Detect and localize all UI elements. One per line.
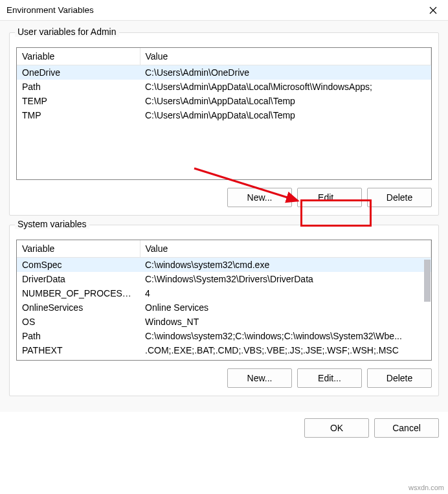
cell-variable: OS bbox=[17, 315, 140, 329]
cell-value: C:\windows\system32\cmd.exe bbox=[140, 258, 431, 273]
window-title: Environment Variables bbox=[6, 5, 94, 15]
system-variables-table-wrap[interactable]: Variable Value ComSpecC:\windows\system3… bbox=[16, 240, 432, 361]
titlebar: Environment Variables bbox=[0, 0, 448, 21]
cell-variable: ComSpec bbox=[17, 258, 140, 273]
cell-variable: NUMBER_OF_PROCESSORS bbox=[17, 286, 140, 300]
table-row[interactable]: NUMBER_OF_PROCESSORS4 bbox=[17, 286, 431, 300]
table-row[interactable]: TEMPC:\Users\Admin\AppData\Local\Temp bbox=[17, 94, 431, 108]
ok-button[interactable]: OK bbox=[304, 418, 369, 438]
cell-value: Windows_NT bbox=[140, 315, 431, 329]
user-variables-label: User variables for Admin bbox=[15, 27, 119, 37]
user-variables-table: Variable Value OneDriveC:\Users\Admin\On… bbox=[17, 48, 431, 122]
cell-variable: DriverData bbox=[17, 272, 140, 286]
header-value[interactable]: Value bbox=[140, 48, 431, 65]
system-variables-group: System variables Variable Value ComSpecC… bbox=[9, 225, 439, 396]
table-row[interactable]: PathC:\windows\system32;C:\windows;C:\wi… bbox=[17, 329, 431, 343]
system-variables-label: System variables bbox=[15, 219, 89, 229]
cell-value: C:\windows\system32;C:\windows;C:\window… bbox=[140, 329, 431, 343]
cell-value: .COM;.EXE;.BAT;.CMD;.VBS;.VBE;.JS;.JSE;.… bbox=[140, 343, 431, 357]
header-variable[interactable]: Variable bbox=[17, 240, 140, 258]
table-header-row: Variable Value bbox=[17, 48, 431, 65]
cell-value: 4 bbox=[140, 286, 431, 300]
user-new-button[interactable]: New... bbox=[227, 188, 292, 207]
cell-variable: Path bbox=[17, 329, 140, 343]
cell-value: C:\Users\Admin\AppData\Local\Temp bbox=[140, 108, 431, 122]
cell-value: C:\Users\Admin\OneDrive bbox=[140, 65, 431, 80]
system-scrollbar-thumb[interactable] bbox=[424, 260, 431, 302]
dialog-button-row: OK Cancel bbox=[0, 412, 448, 438]
header-variable[interactable]: Variable bbox=[17, 48, 140, 65]
user-variables-group: User variables for Admin Variable Value … bbox=[9, 32, 439, 216]
table-row[interactable]: OnlineServicesOnline Services bbox=[17, 300, 431, 315]
cell-variable: TMP bbox=[17, 108, 140, 122]
cell-variable: OneDrive bbox=[17, 65, 140, 80]
table-row[interactable]: OneDriveC:\Users\Admin\OneDrive bbox=[17, 65, 431, 80]
close-button[interactable] bbox=[418, 0, 448, 21]
cell-value: C:\Users\Admin\AppData\Local\Temp bbox=[140, 94, 431, 108]
cell-variable: OnlineServices bbox=[17, 300, 140, 315]
close-icon bbox=[429, 6, 437, 14]
user-delete-button[interactable]: Delete bbox=[367, 188, 432, 207]
watermark: wsxdn.com bbox=[409, 484, 444, 491]
header-value[interactable]: Value bbox=[140, 240, 431, 258]
table-row[interactable]: OSWindows_NT bbox=[17, 315, 431, 329]
table-row[interactable]: PathC:\Users\Admin\AppData\Local\Microso… bbox=[17, 80, 431, 94]
cell-variable: TEMP bbox=[17, 94, 140, 108]
table-row[interactable]: ComSpecC:\windows\system32\cmd.exe bbox=[17, 258, 431, 273]
system-new-button[interactable]: New... bbox=[227, 368, 292, 388]
cell-variable: PATHEXT bbox=[17, 343, 140, 357]
table-row[interactable]: DriverDataC:\Windows\System32\Drivers\Dr… bbox=[17, 272, 431, 286]
user-edit-button[interactable]: Edit... bbox=[297, 188, 362, 207]
table-row[interactable]: TMPC:\Users\Admin\AppData\Local\Temp bbox=[17, 108, 431, 122]
cell-value: Online Services bbox=[140, 300, 431, 315]
system-delete-button[interactable]: Delete bbox=[367, 368, 432, 388]
system-variables-table: Variable Value ComSpecC:\windows\system3… bbox=[17, 240, 431, 357]
user-variables-table-wrap[interactable]: Variable Value OneDriveC:\Users\Admin\On… bbox=[16, 47, 432, 180]
system-edit-button[interactable]: Edit... bbox=[297, 368, 362, 388]
table-row[interactable]: PATHEXT.COM;.EXE;.BAT;.CMD;.VBS;.VBE;.JS… bbox=[17, 343, 431, 357]
cell-variable: Path bbox=[17, 80, 140, 94]
cell-value: C:\Users\Admin\AppData\Local\Microsoft\W… bbox=[140, 80, 431, 94]
cell-value: C:\Windows\System32\Drivers\DriverData bbox=[140, 272, 431, 286]
table-header-row: Variable Value bbox=[17, 240, 431, 258]
cancel-button[interactable]: Cancel bbox=[374, 418, 439, 438]
